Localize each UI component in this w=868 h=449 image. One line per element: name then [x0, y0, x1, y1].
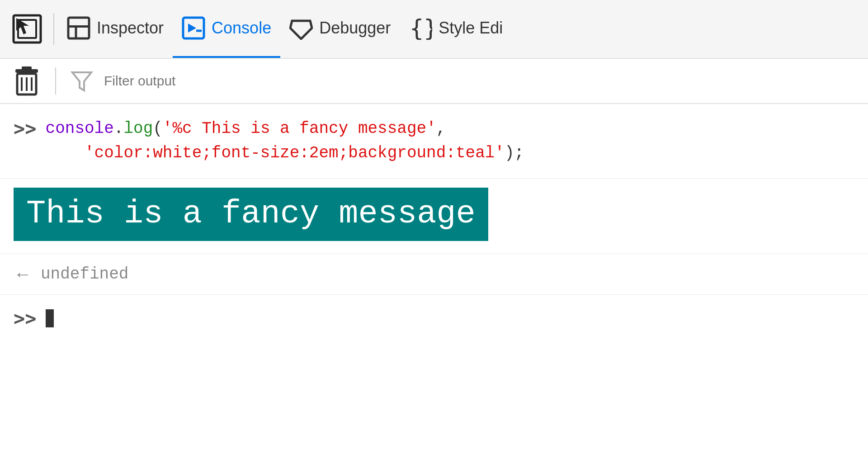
code-string-arg2: 'color:white;font-size:2em;background:te…: [46, 144, 505, 162]
input-prompt-symbol: >>: [14, 307, 37, 330]
fancy-message: This is a fancy message: [14, 188, 488, 241]
pick-icon: [12, 14, 42, 44]
svg-rect-12: [22, 66, 32, 70]
debugger-icon: [289, 16, 313, 40]
debugger-tab-label: Debugger: [319, 19, 391, 38]
console-tab-label: Console: [212, 19, 271, 38]
svg-marker-9: [290, 21, 312, 39]
clear-console-button[interactable]: [9, 62, 44, 100]
tab-console[interactable]: Console: [173, 0, 280, 58]
filter-toggle-button[interactable]: [67, 66, 97, 96]
code-string-arg1: '%c This is a fancy message': [163, 119, 436, 138]
return-value: undefined: [41, 265, 128, 284]
console-return-row: ← undefined: [0, 254, 868, 295]
devtools-toolbar: Inspector Console Debugger {} Style Edi: [0, 0, 868, 59]
svg-rect-3: [68, 18, 89, 38]
console-icon: [182, 16, 205, 40]
console-styled-output: This is a fancy message: [0, 179, 868, 254]
cursor-blink: [46, 309, 54, 327]
svg-text:{}: {}: [410, 16, 432, 40]
svg-rect-4: [68, 25, 89, 28]
filter-divider: [55, 67, 56, 95]
console-prompt-symbol: >>: [14, 118, 37, 140]
console-command-entry: >> console.log('%c This is a fancy messa…: [0, 104, 868, 179]
pick-element-button[interactable]: [5, 0, 50, 58]
svg-marker-17: [72, 72, 91, 90]
console-area: >> console.log('%c This is a fancy messa…: [0, 104, 868, 342]
style-editor-icon: {}: [409, 16, 432, 40]
inspector-tab-label: Inspector: [97, 19, 164, 38]
tab-debugger[interactable]: Debugger: [280, 0, 400, 58]
code-console-object: console: [46, 119, 114, 138]
return-arrow-icon: ←: [14, 264, 32, 284]
tab-inspector[interactable]: Inspector: [58, 0, 173, 58]
tab-style-editor[interactable]: {} Style Edi: [400, 0, 512, 58]
code-log-method: log: [123, 119, 153, 138]
filter-input[interactable]: [104, 73, 285, 89]
toolbar-divider-1: [53, 13, 54, 45]
trash-icon: [13, 66, 41, 96]
svg-marker-7: [188, 24, 196, 33]
filter-bar: [0, 59, 868, 104]
inspector-icon: [67, 16, 90, 40]
filter-icon: [71, 70, 93, 92]
style-editor-tab-label: Style Edi: [439, 19, 503, 38]
console-input-row[interactable]: >>: [0, 295, 868, 342]
console-command-code: console.log('%c This is a fancy message'…: [46, 117, 524, 165]
